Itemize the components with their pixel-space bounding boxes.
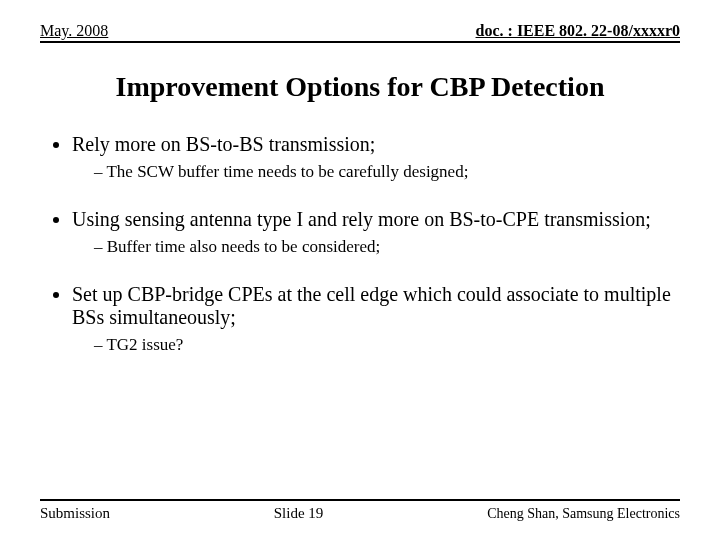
slide-content: Rely more on BS-to-BS transmission; The … bbox=[40, 133, 680, 495]
bullet-list: Rely more on BS-to-BS transmission; The … bbox=[46, 133, 674, 355]
header-date: May. 2008 bbox=[40, 22, 108, 40]
footer-left: Submission bbox=[40, 505, 110, 522]
slide-header: May. 2008 doc. : IEEE 802. 22-08/xxxxr0 bbox=[40, 22, 680, 43]
sub-item: TG2 issue? bbox=[94, 335, 674, 355]
footer-row: Submission Slide 19 Cheng Shan, Samsung … bbox=[40, 501, 680, 522]
slide-title: Improvement Options for CBP Detection bbox=[40, 71, 680, 103]
sub-item: The SCW buffer time needs to be carefull… bbox=[94, 162, 674, 182]
bullet-text: Rely more on BS-to-BS transmission; bbox=[72, 133, 375, 155]
sub-item: Buffer time also needs to be considered; bbox=[94, 237, 674, 257]
bullet-text: Set up CBP-bridge CPEs at the cell edge … bbox=[72, 283, 671, 328]
footer-slide-number: Slide 19 bbox=[274, 505, 324, 522]
list-item: Using sensing antenna type I and rely mo… bbox=[72, 208, 674, 257]
footer-author: Cheng Shan, Samsung Electronics bbox=[487, 506, 680, 522]
header-docref: doc. : IEEE 802. 22-08/xxxxr0 bbox=[476, 22, 680, 40]
list-item: Rely more on BS-to-BS transmission; The … bbox=[72, 133, 674, 182]
slide-page: May. 2008 doc. : IEEE 802. 22-08/xxxxr0 … bbox=[0, 0, 720, 540]
sub-list: TG2 issue? bbox=[72, 335, 674, 355]
list-item: Set up CBP-bridge CPEs at the cell edge … bbox=[72, 283, 674, 355]
slide-footer: Submission Slide 19 Cheng Shan, Samsung … bbox=[40, 495, 680, 522]
sub-list: Buffer time also needs to be considered; bbox=[72, 237, 674, 257]
sub-list: The SCW buffer time needs to be carefull… bbox=[72, 162, 674, 182]
bullet-text: Using sensing antenna type I and rely mo… bbox=[72, 208, 651, 230]
